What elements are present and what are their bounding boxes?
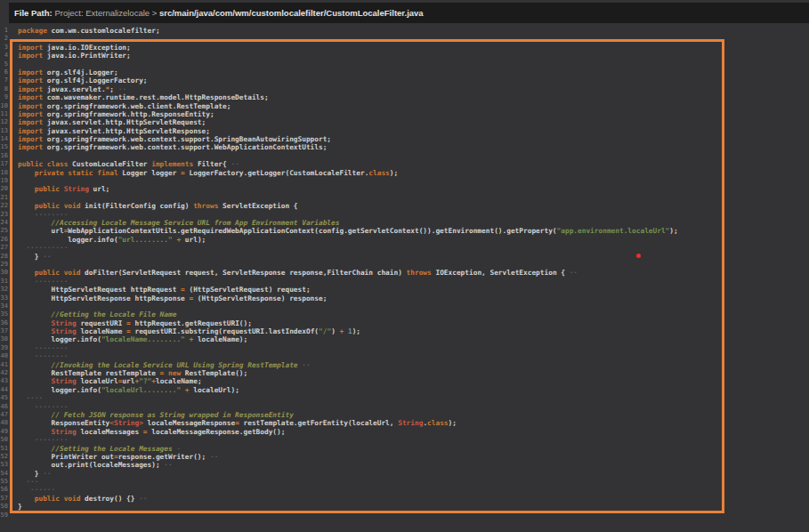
line-number[interactable]: 53 — [0, 461, 8, 469]
line-number[interactable]: 2 — [0, 35, 8, 43]
code-line[interactable]: 29 — [0, 261, 809, 269]
line-number[interactable]: 47 — [0, 411, 8, 419]
line-number[interactable]: 30 — [0, 269, 8, 277]
code-line[interactable]: 55 ··· — [0, 478, 809, 486]
code-line[interactable]: 59 — [0, 512, 809, 520]
line-number[interactable]: 46 — [0, 403, 8, 411]
code-line[interactable]: 15import org.springframework.web.context… — [0, 143, 809, 151]
line-number[interactable]: 50 — [0, 436, 8, 444]
line-number[interactable]: 37 — [0, 327, 8, 335]
line-number[interactable]: 23 — [0, 211, 8, 219]
line-number[interactable]: 27 — [0, 244, 8, 252]
code-line[interactable]: 44 logger.info("localeUrl........" + loc… — [0, 386, 809, 394]
line-number[interactable]: 16 — [0, 152, 8, 160]
code-line[interactable]: 33 HttpServletResponse httpResponse = (H… — [0, 294, 809, 302]
line-number[interactable]: 55 — [0, 478, 8, 486]
code-line[interactable]: 13import javax.servlet.http.HttpServletR… — [0, 127, 809, 135]
line-number[interactable]: 44 — [0, 386, 8, 394]
line-number[interactable]: 57 — [0, 495, 8, 503]
code-line[interactable]: 36 String requestURI = httpRequest.getRe… — [0, 319, 809, 327]
code-line[interactable]: 57 public void destroy() {} ·· — [0, 495, 809, 503]
code-line[interactable]: 35 //Getting the Locale File Name — [0, 310, 809, 318]
line-number[interactable]: 40 — [0, 352, 8, 360]
code-line[interactable]: 50 ········ — [0, 436, 809, 444]
code-line[interactable]: 24 //Accessing Locale Message Service UR… — [0, 219, 809, 227]
line-number[interactable]: 8 — [0, 85, 8, 93]
line-number[interactable]: 12 — [0, 118, 8, 126]
code-line[interactable]: 16 — [0, 152, 809, 160]
line-number[interactable]: 48 — [0, 419, 8, 427]
line-number[interactable]: 49 — [0, 428, 8, 436]
line-number[interactable]: 42 — [0, 369, 8, 377]
code-line[interactable]: 6import org.slf4j.Logger; — [0, 69, 809, 77]
code-line[interactable]: 8import javax.servlet.*; ·· — [0, 85, 809, 93]
line-number[interactable]: 14 — [0, 135, 8, 143]
code-line[interactable]: 3import java.io.IOException; — [0, 44, 809, 52]
code-line[interactable]: 34 — [0, 302, 809, 310]
code-line[interactable]: 22- public void init(FilterConfig config… — [0, 202, 809, 210]
line-number[interactable]: 33 — [0, 294, 8, 302]
code-line[interactable]: 45 ···· — [0, 394, 809, 402]
code-line[interactable]: 12import javax.servlet.http.HttpServletR… — [0, 118, 809, 126]
code-line[interactable]: 51 //Setting the Locale Messages · — [0, 445, 809, 453]
code-line[interactable]: 53 out.print(localeMessages); ·· — [0, 461, 809, 469]
code-line[interactable]: 1package com.wm.customlocalefilter; — [0, 27, 809, 35]
line-number[interactable]: 38 — [0, 335, 8, 343]
code-line[interactable]: 20 public String url; — [0, 185, 809, 193]
code-line[interactable]: 56 ······ — [0, 486, 809, 494]
code-line[interactable]: 52 PrintWriter out=response.getWriter();… — [0, 453, 809, 461]
code-line[interactable]: 5 — [0, 60, 809, 69]
code-line[interactable]: 27 ·········· — [0, 244, 809, 252]
code-line[interactable]: 4import java.io.PrintWriter; — [0, 52, 809, 60]
line-number[interactable]: 20 — [0, 185, 8, 193]
line-number[interactable]: 22 — [0, 202, 8, 210]
code-line[interactable]: 49 String localeMessages = localeMessage… — [0, 428, 809, 436]
line-number[interactable]: 54 — [0, 470, 8, 478]
line-number[interactable]: 45 — [0, 394, 8, 402]
code-line[interactable]: 21 — [0, 194, 809, 202]
line-number[interactable]: 28 — [0, 253, 8, 261]
line-number[interactable]: 3 — [0, 44, 8, 52]
code-line[interactable]: 11import org.springframework.http.Respon… — [0, 110, 809, 118]
line-number[interactable]: 1 — [0, 27, 8, 35]
line-number[interactable]: 11 — [0, 110, 8, 118]
code-line[interactable]: 48 ResponseEntity<String> localeMessageR… — [0, 419, 809, 427]
line-number[interactable]: 32 — [0, 286, 8, 294]
code-line[interactable]: 32 HttpServletRequest httpRequest = (Htt… — [0, 286, 809, 294]
line-number[interactable]: 41 — [0, 361, 8, 369]
line-number[interactable]: 56 — [0, 486, 8, 494]
code-line[interactable]: 31 ········ — [0, 278, 809, 286]
line-number[interactable]: 51 — [0, 445, 8, 453]
line-number[interactable]: 21 — [0, 194, 8, 202]
code-line[interactable]: 14import org.springframework.web.context… — [0, 135, 809, 143]
line-number[interactable]: 34 — [0, 302, 8, 310]
code-line[interactable]: 54 } ·· — [0, 470, 809, 478]
line-number[interactable]: 39 — [0, 344, 8, 352]
line-number[interactable]: 58 — [0, 503, 8, 511]
line-number[interactable]: 31 — [0, 278, 8, 286]
code-line[interactable]: 25 url=WebApplicationContextUtils.getReq… — [0, 227, 809, 235]
code-line[interactable]: 38 logger.info("localeName........" + lo… — [0, 335, 809, 343]
line-number[interactable]: 9 — [0, 93, 8, 101]
code-line[interactable]: 43 String localeUrl=url+"?"+localeName; — [0, 377, 809, 385]
line-number[interactable]: 59 — [0, 512, 8, 520]
code-line[interactable]: 47 // Fetch JSON response as String wrap… — [0, 411, 809, 419]
line-number[interactable]: 25 — [0, 227, 8, 235]
line-number[interactable]: 6 — [0, 69, 8, 77]
code-line[interactable]: 2 — [0, 35, 809, 43]
line-number[interactable]: 36 — [0, 319, 8, 327]
line-number[interactable]: 7 — [0, 77, 8, 85]
line-number[interactable]: 17 — [0, 160, 8, 168]
code-editor[interactable]: 1package com.wm.customlocalefilter;23imp… — [0, 23, 809, 532]
code-line[interactable]: 46 ········ — [0, 403, 809, 411]
code-line[interactable]: 30- public void doFilter(ServletRequest … — [0, 269, 809, 277]
code-line[interactable]: 28 } ·· — [0, 253, 809, 261]
line-number[interactable]: 35 — [0, 310, 8, 318]
line-number[interactable]: 26 — [0, 236, 8, 244]
line-number[interactable]: 24 — [0, 219, 8, 227]
line-number[interactable]: 5 — [0, 60, 8, 69]
code-line[interactable]: 18 private static final Logger logger = … — [0, 169, 809, 177]
line-number[interactable]: 18 — [0, 169, 8, 177]
code-line[interactable]: 17-public class CustomLocaleFilter imple… — [0, 160, 809, 168]
code-line[interactable]: 10import org.springframework.web.client.… — [0, 102, 809, 110]
